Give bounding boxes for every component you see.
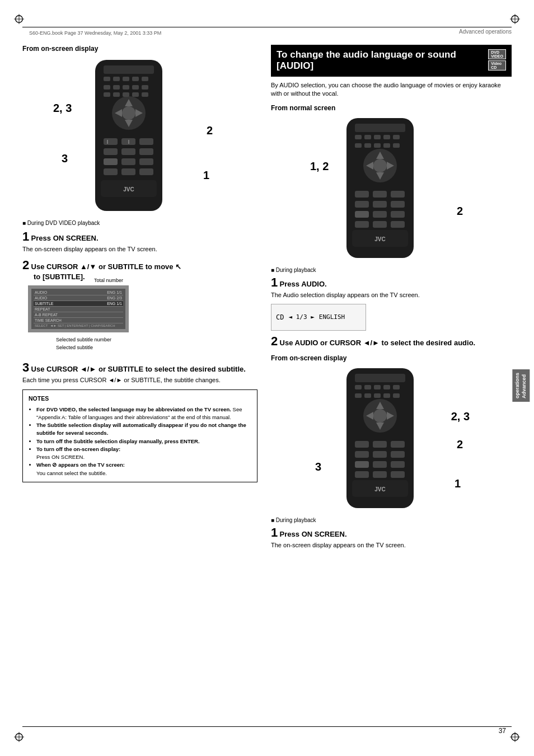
svg-rect-25 <box>132 77 139 81</box>
left-remote-wrap: 2, 3 2 3 1 JVC <box>84 57 196 215</box>
svg-rect-33 <box>113 92 120 97</box>
svg-rect-30 <box>132 85 139 90</box>
right-step2-text: Use AUDIO or CURSOR ◄/► to select the de… <box>280 339 476 347</box>
page-bottom-line <box>22 726 512 727</box>
svg-rect-65 <box>393 135 400 139</box>
right-step2-num: 2 <box>271 334 278 348</box>
svg-rect-106 <box>355 451 369 458</box>
svg-rect-112 <box>355 471 369 478</box>
right-badges: DVDVIDEO VideoCD <box>488 49 506 71</box>
svg-rect-74 <box>355 201 369 208</box>
right-remote-onscreen-svg: JVC <box>335 365 425 511</box>
left-step-2: 2 Use CURSOR ▲/▼ or SUBTITLE to move ↖ t… <box>22 258 257 281</box>
screen-display-wrap: Total number AUDIOENG 1/1 AUDIOENG 2/3 S… <box>22 285 134 332</box>
right-os-label-23: 2, 3 <box>451 410 470 423</box>
left-step-1: 1 Press ON SCREEN. The on-screen display… <box>22 229 257 253</box>
left-label-1: 1 <box>203 169 209 182</box>
corner-mark-tr <box>510 14 520 24</box>
screen-display: AUDIOENG 1/1 AUDIOENG 2/3 SUBTITLEENG 1/… <box>28 285 129 332</box>
audio-icon: CD <box>276 313 284 321</box>
note-item-4: To turn off the on-screen display:Press … <box>36 445 251 462</box>
svg-point-17 <box>122 106 135 120</box>
right-step1-text: Press AUDIO. <box>280 280 327 288</box>
corner-mark-tl <box>14 14 24 24</box>
page-number: 37 <box>499 727 506 735</box>
right-os-step1-detail: The on-screen display appears on the TV … <box>271 541 512 550</box>
right-normal-screen-heading: From normal screen <box>271 104 512 112</box>
left-step2-num: 2 <box>22 258 29 272</box>
svg-rect-104 <box>373 441 387 448</box>
svg-rect-26 <box>142 77 148 81</box>
svg-rect-69 <box>383 143 390 148</box>
svg-rect-66 <box>355 143 362 148</box>
svg-rect-67 <box>364 143 371 148</box>
right-os-step1-text: Press ON SCREEN. <box>280 530 347 538</box>
file-info: S60-ENG.book Page 37 Wednesday, May 2, 2… <box>29 30 161 36</box>
screen-row-repeat: REPEAT <box>34 307 123 312</box>
svg-rect-29 <box>123 85 129 90</box>
svg-rect-62 <box>364 135 371 139</box>
svg-rect-70 <box>393 143 400 148</box>
left-column: From on-screen display 2, 3 2 3 1 JVC <box>22 45 257 722</box>
left-remote-svg: JVC <box>84 57 174 214</box>
svg-rect-28 <box>113 85 120 90</box>
svg-rect-97 <box>393 385 400 389</box>
svg-rect-35 <box>132 92 139 97</box>
svg-rect-71 <box>355 191 369 198</box>
svg-rect-101 <box>383 393 390 398</box>
svg-rect-100 <box>374 393 381 398</box>
selected-subtitle-label: Selected subtitle <box>56 345 93 350</box>
audio-lang: ENGLISH <box>319 313 345 321</box>
total-number-label: Total number <box>94 278 123 283</box>
screen-inner: AUDIOENG 1/1 AUDIOENG 2/3 SUBTITLEENG 1/… <box>31 289 125 329</box>
svg-rect-42 <box>139 148 153 155</box>
svg-rect-23 <box>113 77 120 81</box>
left-step-3: 3 Use CURSOR ◄/► or SUBTITLE to select t… <box>22 360 257 384</box>
svg-rect-45 <box>139 158 153 165</box>
left-step1-text: Press ON SCREEN. <box>31 234 99 242</box>
badge-dvd: DVDVIDEO <box>488 49 506 59</box>
screen-row-time: TIME SEARCH <box>34 318 123 323</box>
svg-rect-75 <box>373 201 387 208</box>
corner-mark-bl <box>14 732 24 742</box>
right-step-1: 1 Press AUDIO. The Audio selection displ… <box>271 275 512 299</box>
right-onscreen-heading: From on-screen display <box>271 354 512 362</box>
svg-rect-27 <box>104 85 110 90</box>
svg-rect-40 <box>104 148 118 155</box>
right-normal-remote-wrap: 1, 2 2 JVC <box>335 115 447 262</box>
svg-rect-47 <box>121 168 135 175</box>
svg-rect-103 <box>355 441 369 448</box>
svg-rect-46 <box>104 168 118 175</box>
left-step2-text2: to [SUBTITLE]. <box>34 273 257 281</box>
audio-display: CD ◄ 1/3 ► ENGLISH <box>271 304 366 331</box>
left-step3-text: Use CURSOR ◄/► or SUBTITLE to select the… <box>31 365 246 373</box>
left-step1-detail: The on-screen display appears on the TV … <box>22 245 257 253</box>
left-section-heading: From on-screen display <box>22 45 257 53</box>
svg-rect-64 <box>383 135 390 139</box>
note-item-5: When ⊘ appears on the TV screen:You cann… <box>36 461 251 477</box>
svg-rect-43 <box>104 158 118 165</box>
left-step3-detail: Each time you press CURSOR ◄/► or SUBTIT… <box>22 376 257 384</box>
right-step-2: 2 Use AUDIO or CURSOR ◄/► to select the … <box>271 334 512 349</box>
screen-row-controls: SELECT◄► SET | ENTER/NEXT | CHAP/SEARCH <box>34 323 123 328</box>
right-label-2-normal: 2 <box>457 205 463 218</box>
right-os-step-1: 1 Press ON SCREEN. The on-screen display… <box>271 525 512 550</box>
right-os-label-2: 2 <box>457 438 463 451</box>
svg-rect-76 <box>391 201 405 208</box>
right-onscreen-playback-note: ■ During playback <box>271 517 512 523</box>
svg-rect-95 <box>374 385 381 389</box>
svg-rect-111 <box>391 461 405 468</box>
svg-rect-114 <box>391 471 405 478</box>
svg-rect-110 <box>373 461 387 468</box>
svg-rect-22 <box>104 77 110 81</box>
left-step1-num: 1 <box>22 229 29 243</box>
note-item-1: For DVD VIDEO, the selected language may… <box>36 406 251 422</box>
svg-rect-80 <box>355 221 369 228</box>
svg-point-88 <box>373 409 387 422</box>
advanced-ops-text1: Advanced <box>521 373 527 398</box>
right-onscreen-remote-wrap: 2, 3 2 3 1 JVC <box>335 365 447 513</box>
svg-rect-63 <box>374 135 381 139</box>
svg-rect-102 <box>393 393 400 398</box>
selected-subtitle-number-label: Selected subtitle number <box>56 337 111 342</box>
note-item-3: To turn off the Subtitle selection displ… <box>36 438 251 445</box>
